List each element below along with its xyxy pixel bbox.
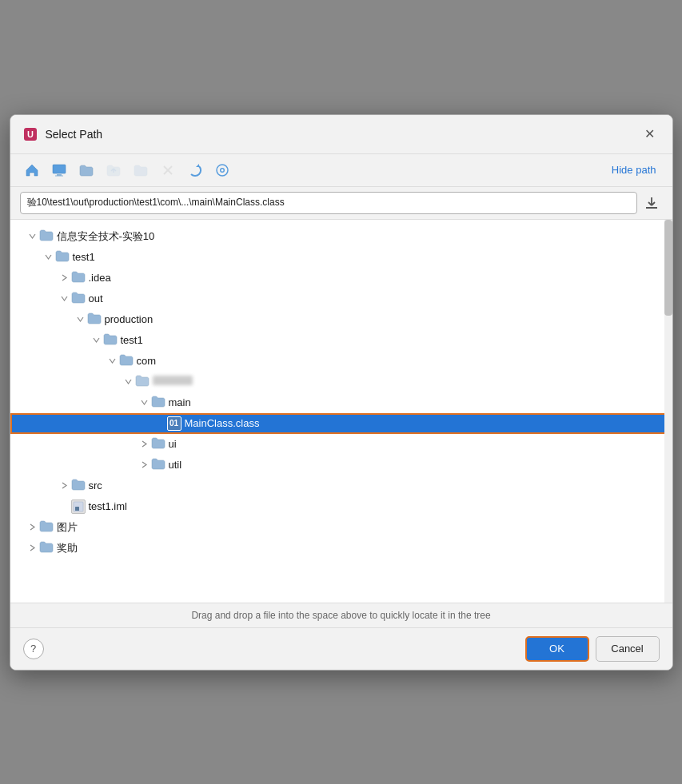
folder-icon <box>39 519 54 535</box>
collapse-icon[interactable] <box>74 313 87 326</box>
tree-item-label: production <box>105 313 154 325</box>
svg-rect-2 <box>53 165 66 173</box>
tree-item-label: ui <box>169 438 177 450</box>
expand-icon[interactable] <box>26 521 39 534</box>
expand-icon[interactable] <box>58 272 71 285</box>
tree-row[interactable]: out <box>10 289 672 309</box>
file-icon: 01 <box>167 416 181 431</box>
path-input[interactable] <box>20 192 637 214</box>
folder-icon <box>151 436 166 452</box>
svg-point-9 <box>221 169 223 171</box>
tree-item-label: 信息安全技术-实验10 <box>57 229 155 244</box>
collapse-icon[interactable] <box>106 355 119 368</box>
close-button[interactable]: ✕ <box>639 123 661 145</box>
folder-icon <box>39 229 54 244</box>
tree-row[interactable]: ui <box>10 434 672 455</box>
folder-icon <box>71 478 86 493</box>
svg-rect-4 <box>55 175 63 176</box>
path-bar <box>10 187 672 220</box>
folder-icon <box>55 249 70 265</box>
folder-icon <box>151 457 166 472</box>
folder-icon <box>151 395 166 410</box>
collapse-icon[interactable] <box>122 376 135 388</box>
dialog-title: Select Path <box>46 128 639 141</box>
folder-icon <box>71 270 86 285</box>
ok-button[interactable]: OK <box>525 636 589 662</box>
folder3-button[interactable] <box>129 159 153 181</box>
tree-item-label: .idea <box>89 272 111 284</box>
toolbar: Hide path <box>10 154 672 187</box>
hide-path-button[interactable]: Hide path <box>605 161 663 179</box>
drag-hint: Drag and drop a file into the space abov… <box>10 603 672 628</box>
tree-item-label: test1 <box>73 251 95 263</box>
refresh-button[interactable] <box>183 159 207 181</box>
expand-icon[interactable] <box>138 438 151 451</box>
tree-item-label <box>153 376 193 388</box>
title-bar: U Select Path ✕ <box>10 115 672 154</box>
collapse-icon[interactable] <box>58 293 71 305</box>
tree-row[interactable] <box>10 372 672 392</box>
footer: ? OK Cancel <box>10 628 672 670</box>
folder-icon <box>39 540 54 555</box>
tree-item-label: src <box>89 480 102 491</box>
tree-item-label: 奖助 <box>57 541 78 555</box>
tree-item-label: out <box>89 293 103 304</box>
tree-row[interactable]: com <box>10 351 672 372</box>
expand-icon[interactable] <box>26 542 39 555</box>
tree-row[interactable]: 01MainClass.class <box>10 413 672 434</box>
tree-item-label: test1 <box>121 334 143 346</box>
cancel-button[interactable]: Cancel <box>596 636 660 662</box>
tree-row[interactable]: 奖助 <box>10 538 672 559</box>
iml-file-icon <box>71 499 86 514</box>
expand-icon[interactable] <box>138 459 151 472</box>
tree-row[interactable]: test1.iml <box>10 496 672 517</box>
tree-row[interactable]: util <box>10 455 672 476</box>
scrollbar-track[interactable] <box>664 220 672 603</box>
folder-icon <box>103 332 118 348</box>
tree-row[interactable]: 图片 <box>10 517 672 538</box>
home-button[interactable] <box>20 159 44 181</box>
app-icon: U <box>22 125 39 143</box>
expand-icon[interactable] <box>58 480 71 492</box>
tree-row[interactable]: src <box>10 476 672 496</box>
folder-icon <box>87 312 102 327</box>
desktop-button[interactable] <box>47 159 71 181</box>
folder2-button[interactable] <box>102 159 126 181</box>
tree-item-label: 图片 <box>57 520 78 535</box>
delete-button[interactable] <box>156 159 180 181</box>
tree-area[interactable]: 信息安全技术-实验10 test1 .idea out production t… <box>10 220 672 603</box>
collapse-icon[interactable] <box>90 334 103 347</box>
tree-row[interactable]: test1 <box>10 330 672 351</box>
tree-row[interactable]: test1 <box>10 247 672 268</box>
tree-item-label: MainClass.class <box>185 417 260 429</box>
collapse-icon[interactable] <box>138 396 151 409</box>
svg-text:U: U <box>27 129 34 139</box>
scrollbar-thumb[interactable] <box>664 220 672 316</box>
collapse-icon[interactable] <box>26 230 39 243</box>
bookmark-button[interactable] <box>210 159 234 181</box>
tree-item-label: test1.iml <box>89 500 127 512</box>
collapse-icon[interactable] <box>42 251 55 264</box>
folder-icon <box>119 353 134 368</box>
tree-row[interactable]: 信息安全技术-实验10 <box>10 226 672 247</box>
tree-item-label: com <box>137 355 157 367</box>
tree-row[interactable]: production <box>10 309 672 330</box>
tree-row[interactable]: main <box>10 392 672 413</box>
tree-item-label: main <box>169 396 191 408</box>
help-button[interactable]: ? <box>23 639 44 659</box>
folder-icon <box>135 374 150 389</box>
folder1-button[interactable] <box>74 159 98 181</box>
svg-rect-11 <box>75 507 79 511</box>
path-download-button[interactable] <box>640 192 663 214</box>
tree-row[interactable]: .idea <box>10 268 672 289</box>
tree-item-label: util <box>169 459 182 471</box>
folder-icon <box>71 291 86 306</box>
